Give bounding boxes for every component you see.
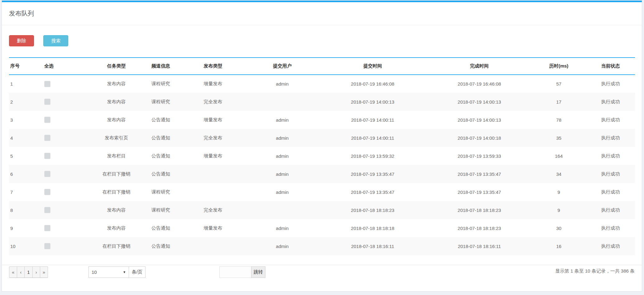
first-page-button[interactable]: « [9, 266, 17, 278]
col-header-select-all[interactable]: 全选 [42, 58, 91, 75]
cell-finish-time: 2018-07-19 13:59:33 [427, 147, 532, 165]
cell-channel: 公告通知 [142, 219, 179, 237]
cell-user: admin [246, 237, 318, 255]
cell-task-type: 发布内容 [91, 219, 142, 237]
cell-task-type: 发布内容 [91, 111, 142, 129]
cell-task-type: 在栏目下撤销 [91, 183, 142, 201]
col-header-channel: 频道信息 [142, 58, 179, 75]
page-size-group: 10 ▼ 条/页 [88, 266, 145, 278]
page-size-unit-label: 条/页 [129, 266, 145, 278]
row-checkbox[interactable] [44, 135, 50, 141]
cell-status: 执行成功 [586, 111, 635, 129]
cell-select [42, 129, 91, 147]
cell-submit-time: 2018-07-19 13:59:32 [318, 147, 427, 165]
col-header-finish-time: 完成时间 [427, 58, 532, 75]
col-header-task-type: 任务类型 [91, 58, 142, 75]
cell-channel: 公告通知 [142, 147, 179, 165]
cell-user: admin [246, 75, 318, 93]
cell-seq: 2 [9, 93, 42, 111]
cell-finish-time: 2018-07-19 13:35:47 [427, 165, 532, 183]
row-checkbox[interactable] [44, 117, 50, 123]
cell-status: 执行成功 [586, 201, 635, 219]
page-size-select[interactable]: 10 ▼ [88, 266, 129, 278]
cell-duration: 9 [532, 201, 586, 219]
table-row: 1 发布内容 课程研究 增量发布 admin 2018-07-19 16:46:… [9, 75, 635, 93]
cell-seq: 5 [9, 147, 42, 165]
cell-status: 执行成功 [586, 237, 635, 255]
jump-page-input[interactable] [219, 266, 251, 278]
cell-finish-time: 2018-07-18 18:18:23 [427, 219, 532, 237]
cell-publish-type [179, 165, 246, 183]
cell-publish-type: 增量发布 [179, 147, 246, 165]
col-header-user: 提交用户 [246, 58, 318, 75]
cell-select [42, 147, 91, 165]
cell-user: admin [246, 129, 318, 147]
row-checkbox[interactable] [44, 153, 50, 159]
row-checkbox[interactable] [44, 207, 50, 213]
search-button[interactable]: 搜索 [43, 35, 68, 46]
cell-seq: 1 [9, 75, 42, 93]
table-row: 10 在栏目下撤销 公告通知 admin 2018-07-18 18:16:11… [9, 237, 635, 255]
cell-channel: 课程研究 [142, 201, 179, 219]
next-page-button[interactable]: › [32, 266, 40, 278]
cell-status: 执行成功 [586, 183, 635, 201]
cell-select [42, 165, 91, 183]
cell-seq: 9 [9, 219, 42, 237]
row-checkbox[interactable] [44, 243, 50, 249]
cell-task-type: 在栏目下撤销 [91, 237, 142, 255]
cell-seq: 10 [9, 237, 42, 255]
cell-submit-time: 2018-07-19 13:35:47 [318, 165, 427, 183]
cell-task-type: 发布内容 [91, 75, 142, 93]
cell-publish-type [179, 237, 246, 255]
jump-group: 跳转 [219, 266, 265, 278]
cell-task-type: 发布内容 [91, 93, 142, 111]
row-checkbox[interactable] [44, 189, 50, 195]
last-page-button[interactable]: » [40, 266, 48, 278]
cell-user: admin [246, 111, 318, 129]
cell-duration: 16 [532, 237, 586, 255]
col-header-status: 当前状态 [586, 58, 635, 75]
table-row: 2 发布内容 课程研究 完全发布 2018-07-19 14:00:13 201… [9, 93, 635, 111]
dropdown-arrow-icon: ▼ [123, 270, 126, 274]
row-checkbox[interactable] [44, 225, 50, 231]
cell-user: admin [246, 219, 318, 237]
cell-channel: 公告通知 [142, 237, 179, 255]
cell-channel: 公告通知 [142, 129, 179, 147]
page-number-button[interactable]: 1 [24, 266, 32, 278]
table-row: 8 发布内容 课程研究 完全发布 2018-07-18 18:18:23 201… [9, 201, 635, 219]
cell-user [246, 201, 318, 219]
cell-publish-type: 完全发布 [179, 201, 246, 219]
cell-user [246, 93, 318, 111]
cell-duration: 164 [532, 147, 586, 165]
row-checkbox[interactable] [44, 99, 50, 105]
row-checkbox[interactable] [44, 171, 50, 177]
cell-select [42, 75, 91, 93]
cell-seq: 8 [9, 201, 42, 219]
cell-channel: 课程研究 [142, 75, 179, 93]
cell-select [42, 93, 91, 111]
cell-seq: 7 [9, 183, 42, 201]
cell-select [42, 237, 91, 255]
jump-button[interactable]: 跳转 [251, 266, 265, 278]
prev-page-button[interactable]: ‹ [17, 266, 25, 278]
cell-finish-time: 2018-07-19 14:00:18 [427, 129, 532, 147]
cell-seq: 4 [9, 129, 42, 147]
cell-duration: 57 [532, 75, 586, 93]
cell-publish-type: 完全发布 [179, 93, 246, 111]
delete-button[interactable]: 删除 [9, 35, 34, 46]
cell-submit-time: 2018-07-18 18:18:23 [318, 201, 427, 219]
table-row: 9 发布内容 公告通知 增量发布 admin 2018-07-18 18:18:… [9, 219, 635, 237]
table-row: 6 在栏目下撤销 公告通知 admin 2018-07-19 13:35:47 … [9, 165, 635, 183]
cell-duration: 30 [532, 219, 586, 237]
cell-submit-time: 2018-07-19 13:35:47 [318, 183, 427, 201]
table-row: 3 发布内容 公告通知 增量发布 admin 2018-07-19 14:00:… [9, 111, 635, 129]
record-count-info: 显示第 1 条至 10 条记录，一共 386 条 [555, 268, 635, 274]
cell-select [42, 111, 91, 129]
row-checkbox[interactable] [44, 81, 50, 87]
cell-publish-type: 增量发布 [179, 75, 246, 93]
cell-status: 执行成功 [586, 219, 635, 237]
table-body: 1 发布内容 课程研究 增量发布 admin 2018-07-19 16:46:… [9, 75, 635, 255]
cell-submit-time: 2018-07-19 14:00:11 [318, 129, 427, 147]
cell-user: admin [246, 165, 318, 183]
cell-duration: 34 [532, 165, 586, 183]
